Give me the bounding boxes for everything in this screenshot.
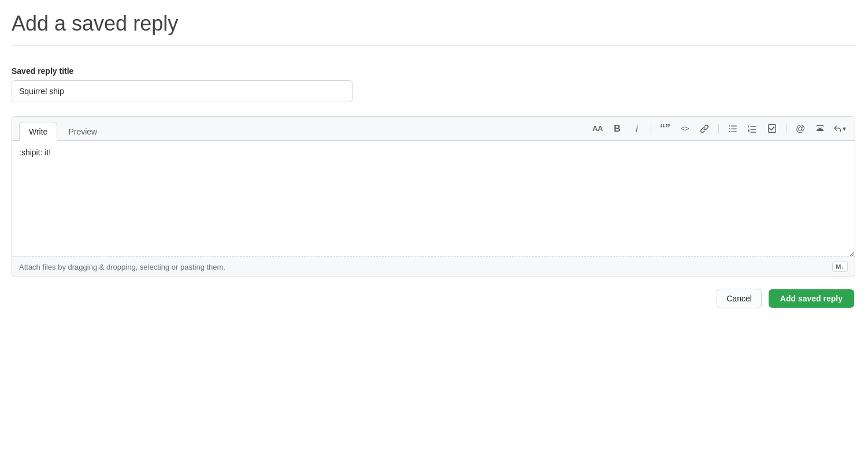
form-container: Saved reply title Write Preview AA B i “… [12,55,855,308]
editor-body: <span class="reply-text-spellcheck">:shi… [12,141,855,256]
toolbar-divider-1 [651,124,651,133]
unordered-list-icon[interactable] [725,122,741,136]
attach-files-text: Attach files by dragging & dropping, sel… [19,263,225,271]
mention-icon[interactable]: @ [792,122,808,136]
editor-tabs-toolbar: Write Preview AA B i “” <> [12,117,855,141]
add-saved-reply-button[interactable]: Add saved reply [769,289,854,308]
markdown-badge: M↓ [832,262,848,272]
editor-textarea[interactable]: <span class="reply-text-spellcheck">:shi… [12,141,855,256]
bold-icon[interactable]: B [609,122,625,136]
page-title: Add a saved reply [12,12,856,46]
tab-preview[interactable]: Preview [58,122,107,141]
title-field-label: Saved reply title [12,66,855,76]
tab-write[interactable]: Write [19,122,57,141]
title-field-group: Saved reply title [12,66,855,102]
editor-container: Write Preview AA B i “” <> [12,116,855,277]
bookmark-icon[interactable] [812,122,828,136]
quote-icon[interactable]: “” [657,122,673,136]
action-buttons: Cancel Add saved reply [12,289,855,308]
editor-footer: Attach files by dragging & dropping, sel… [12,256,855,277]
italic-icon[interactable]: i [629,122,645,136]
link-icon[interactable] [696,122,713,136]
code-icon[interactable]: <> [677,122,693,136]
toolbar-divider-3 [786,124,787,133]
heading-icon[interactable]: AA [589,122,606,136]
ordered-list-icon[interactable] [744,122,761,136]
title-input[interactable] [12,80,353,102]
cancel-button[interactable]: Cancel [717,289,762,308]
tabs-group: Write Preview [19,121,108,140]
task-list-icon[interactable] [764,122,780,136]
reply-icon[interactable]: ▾ [832,122,848,136]
toolbar-divider-2 [718,124,719,133]
toolbar-icons: AA B i “” <> [589,122,848,140]
